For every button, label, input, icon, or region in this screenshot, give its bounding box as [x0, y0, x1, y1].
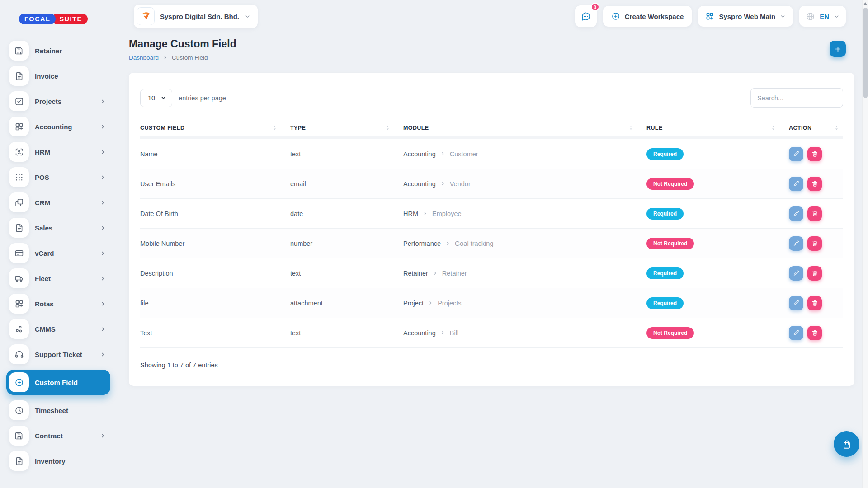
table-controls: 10 entries per page [140, 88, 843, 108]
sidebar-item-hrm[interactable]: HRM [9, 142, 110, 162]
sidebar-item-accounting[interactable]: Accounting [9, 117, 110, 136]
action-cell [789, 296, 843, 310]
edit-button[interactable] [789, 326, 803, 340]
sidebar-item-cmms[interactable]: CMMS [9, 319, 110, 339]
rule-cell: Required [646, 148, 789, 160]
chevron-right-icon [440, 330, 445, 335]
sidebar-item-sales[interactable]: Sales [9, 218, 110, 238]
breadcrumb: Dashboard Custom Field [129, 54, 236, 61]
syspro-logo-icon [137, 7, 155, 25]
module-name: Accounting [403, 180, 436, 188]
rule-cell: Required [646, 297, 789, 309]
trash-icon [811, 210, 818, 217]
type-cell: number [290, 240, 403, 247]
table-row: Name text Accounting Customer Required [140, 139, 843, 169]
sort-icon[interactable] [385, 124, 391, 131]
topbar-right: 0 Create Workspace Syspro Web Main EN [575, 5, 846, 27]
sidebar-item-crm[interactable]: CRM [9, 192, 110, 212]
column-header-custom-field[interactable]: CUSTOM FIELD [140, 124, 290, 131]
type-cell: attachment [290, 300, 403, 307]
chevron-down-icon [160, 95, 166, 101]
edit-button[interactable] [789, 147, 803, 161]
edit-button[interactable] [789, 266, 803, 281]
sidebar-item-retainer[interactable]: Retainer [9, 41, 110, 61]
rule-badge: Required [646, 208, 684, 220]
rule-cell: Required [646, 208, 789, 220]
breadcrumb-current: Custom Field [172, 54, 208, 61]
chevron-right-icon [445, 241, 450, 246]
topbar: Syspro Digital Sdn. Bhd. 0 Create Worksp… [114, 0, 868, 33]
chevron-right-icon [100, 250, 106, 256]
workspace-selector[interactable]: Syspro Digital Sdn. Bhd. [134, 5, 258, 28]
sidebar-item-support-ticket[interactable]: Support Ticket [9, 344, 110, 364]
chevron-right-icon [100, 174, 106, 180]
table-row: file attachment Project Projects Require… [140, 288, 843, 318]
sort-icon[interactable] [770, 124, 776, 131]
table-row: Date Of Birth date HRM Employee Required [140, 199, 843, 229]
delete-button[interactable] [807, 266, 822, 281]
column-header-rule[interactable]: RULE [646, 124, 789, 131]
sidebar-item-inventory[interactable]: Inventory [9, 451, 110, 471]
custom-field-cell: Description [140, 270, 290, 277]
module-name: Performance [403, 240, 441, 247]
column-header-type[interactable]: TYPE [290, 124, 403, 131]
grid-plus-icon [705, 12, 714, 21]
delete-button[interactable] [807, 147, 822, 161]
scrollbar-thumb[interactable] [863, 8, 868, 98]
trash-icon [811, 300, 818, 306]
credit-card-icon [9, 243, 29, 263]
floating-shop-button[interactable] [834, 431, 859, 457]
chevron-right-icon [100, 149, 106, 155]
action-cell [789, 266, 843, 281]
column-header-action[interactable]: ACTION [789, 124, 843, 131]
copy-icon [9, 192, 29, 212]
entries-per-page-select[interactable]: 10 [140, 89, 172, 107]
chevron-right-icon [100, 200, 106, 206]
edit-button[interactable] [789, 296, 803, 310]
sidebar-item-invoice[interactable]: Invoice [9, 66, 110, 86]
sidebar-item-custom-field[interactable]: Custom Field [6, 370, 110, 395]
messages-button[interactable]: 0 [575, 5, 597, 27]
chat-bubble-icon [580, 11, 591, 22]
column-header-module[interactable]: MODULE [403, 124, 646, 131]
sidebar-item-pos[interactable]: POS [9, 167, 110, 187]
search-input[interactable] [750, 88, 843, 108]
delete-button[interactable] [807, 236, 822, 251]
sort-icon[interactable] [834, 124, 840, 131]
sort-icon[interactable] [272, 124, 278, 131]
add-custom-field-button[interactable] [830, 41, 846, 57]
delete-button[interactable] [807, 177, 822, 191]
scrollbar-up-arrow[interactable] [863, 2, 867, 5]
edit-button[interactable] [789, 236, 803, 251]
delete-button[interactable] [807, 206, 822, 221]
grid-plus-icon [9, 117, 29, 136]
sidebar-item-contract[interactable]: Contract [9, 426, 110, 446]
sidebar-item-vcard[interactable]: vCard [9, 243, 110, 263]
sidebar-item-projects[interactable]: Projects [9, 91, 110, 111]
app-selector[interactable]: Syspro Web Main [698, 6, 793, 27]
user-scan-icon [9, 142, 29, 162]
rule-cell: Not Required [646, 327, 789, 339]
sidebar-item-fleet[interactable]: Fleet [9, 268, 110, 288]
plus-circle-icon [9, 372, 29, 392]
delete-button[interactable] [807, 326, 822, 340]
custom-fields-table: CUSTOM FIELDTYPEMODULERULEACTION Name te… [140, 119, 843, 369]
page-scrollbar[interactable] [862, 0, 868, 488]
sidebar-item-timesheet[interactable]: Timesheet [9, 400, 110, 420]
chevron-right-icon [100, 301, 106, 307]
submodule-name: Goal tracking [455, 240, 493, 247]
module-name: Project [403, 300, 424, 307]
breadcrumb-dashboard-link[interactable]: Dashboard [129, 54, 159, 61]
sidebar-item-rotas[interactable]: Rotas [9, 294, 110, 314]
create-workspace-button[interactable]: Create Workspace [603, 6, 692, 27]
edit-button[interactable] [789, 206, 803, 221]
logo-suite: SUITE [52, 14, 87, 24]
sort-icon[interactable] [628, 124, 634, 131]
pencil-icon [793, 240, 800, 247]
edit-button[interactable] [789, 177, 803, 191]
delete-button[interactable] [807, 296, 822, 310]
type-cell: text [290, 150, 403, 158]
language-selector[interactable]: EN [799, 6, 846, 27]
custom-field-cell: Mobile Number [140, 240, 290, 247]
sidebar: FOCAL SUITE Retainer Invoice Projects Ac… [0, 0, 114, 488]
